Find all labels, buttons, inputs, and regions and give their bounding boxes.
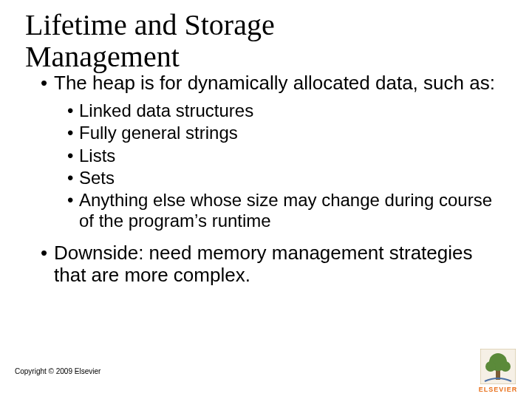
bullet-level1: • Downside: need memory management strat… bbox=[41, 242, 499, 287]
bullet-text: Downside: need memory management strateg… bbox=[54, 242, 499, 287]
title-line-1: Lifetime and Storage bbox=[25, 8, 275, 41]
svg-point-4 bbox=[500, 361, 511, 372]
bullet-dot: • bbox=[67, 100, 79, 121]
bullet-level2: • Fully general strings bbox=[67, 123, 499, 143]
slide-body: • The heap is for dynamically allocated … bbox=[41, 72, 499, 293]
slide: Lifetime and Storage Management • The he… bbox=[0, 0, 532, 399]
tree-icon bbox=[480, 349, 516, 384]
bullet-dot: • bbox=[41, 242, 54, 287]
bullet-text: The heap is for dynamically allocated da… bbox=[54, 72, 499, 95]
slide-title: Lifetime and Storage Management bbox=[25, 9, 275, 72]
copyright-text: Copyright © 2009 Elsevier bbox=[15, 367, 100, 375]
bullet-dot: • bbox=[67, 123, 79, 143]
bullet-text: Linked data structures bbox=[79, 100, 499, 121]
elsevier-logo: ELSEVIER bbox=[474, 349, 522, 393]
bullet-text: Sets bbox=[79, 168, 499, 188]
bullet-text: Fully general strings bbox=[79, 123, 499, 143]
logo-text: ELSEVIER bbox=[474, 386, 522, 393]
bullet-text: Lists bbox=[79, 146, 499, 166]
sub-bullet-list: • Linked data structures • Fully general… bbox=[67, 100, 499, 232]
bullet-level2: • Sets bbox=[67, 168, 499, 188]
bullet-level2: • Anything else whose size may change du… bbox=[67, 190, 499, 232]
bullet-level1: • The heap is for dynamically allocated … bbox=[41, 72, 499, 95]
bullet-dot: • bbox=[67, 190, 79, 232]
bullet-level2: • Linked data structures bbox=[67, 100, 499, 121]
bullet-dot: • bbox=[41, 72, 54, 95]
title-line-2: Management bbox=[25, 40, 180, 73]
bullet-level2: • Lists bbox=[67, 146, 499, 166]
bullet-dot: • bbox=[67, 168, 79, 188]
svg-point-3 bbox=[485, 361, 496, 372]
bullet-text: Anything else whose size may change duri… bbox=[79, 190, 499, 232]
bullet-dot: • bbox=[67, 146, 79, 166]
